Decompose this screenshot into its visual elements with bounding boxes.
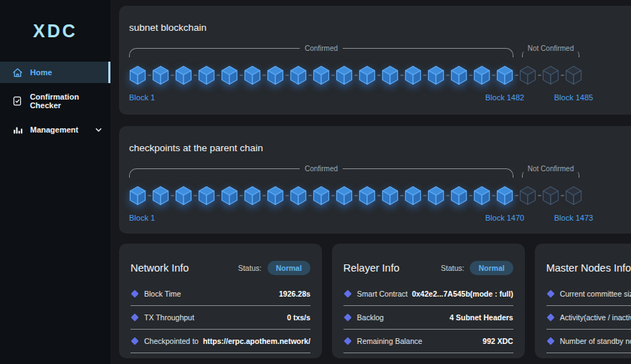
confirmed-bracket: Confirmed bbox=[129, 48, 513, 57]
row-value: 4 Subnet Headers bbox=[445, 313, 513, 322]
card-title: Relayer Info bbox=[343, 262, 399, 274]
block-cube-icon bbox=[175, 186, 192, 206]
chain-link-dash bbox=[354, 195, 358, 196]
block-last-confirmed-label: Block 1470 bbox=[485, 214, 524, 222]
info-row: Number of standby nodes 0 bbox=[546, 330, 631, 353]
chain-link-dash bbox=[469, 75, 473, 76]
sidebar-nav: Home Confirmation Checker Management bbox=[0, 62, 110, 140]
block-cube-icon bbox=[336, 186, 353, 206]
app-root: XDC Home Confirmation Checker Management… bbox=[0, 0, 631, 364]
block-cube-icon bbox=[359, 65, 376, 85]
not-confirmed-bracket-label: Not Confirmed bbox=[523, 44, 579, 52]
block-cube-icon bbox=[427, 186, 445, 206]
confirmed-bracket-label: Confirmed bbox=[300, 165, 343, 173]
block-cube-icon bbox=[496, 65, 513, 85]
status-label: Status: bbox=[238, 264, 262, 272]
sidebar-item-management[interactable]: Management bbox=[0, 119, 110, 140]
info-card: Relayer Info Status: Normal Smart Contra… bbox=[332, 244, 525, 358]
chain-link-dash bbox=[561, 75, 564, 76]
chain-link-dash bbox=[400, 195, 404, 196]
row-label: Remaining Balance bbox=[357, 337, 422, 345]
chain-link-dash bbox=[423, 75, 427, 76]
info-cards-section: Network Info Status: Normal Block Time 1… bbox=[119, 244, 631, 358]
sidebar-item-label: Confirmation Checker bbox=[30, 92, 110, 110]
not-confirmed-bracket: Not Confirmed bbox=[522, 48, 579, 57]
row-value: 992 XDC bbox=[478, 337, 513, 345]
chain-link-dash bbox=[492, 75, 495, 76]
block-cube-icon bbox=[427, 65, 445, 85]
row-value: 0 txs/s bbox=[283, 313, 310, 322]
chain-link-dash bbox=[239, 195, 243, 196]
confirmed-bracket-label: Confirmed bbox=[300, 44, 343, 52]
diamond-icon bbox=[131, 313, 138, 321]
main-content: subnet blockchain Confirmed Not Confirme… bbox=[110, 0, 631, 364]
chevron-down-icon[interactable] bbox=[95, 126, 103, 134]
chain-link-dash bbox=[285, 195, 289, 196]
chain-link-dash bbox=[400, 75, 404, 76]
chain-link-dash bbox=[538, 195, 541, 196]
chain-link-dash bbox=[148, 75, 151, 76]
info-rows: Current committee size 3 Activity(active… bbox=[546, 282, 631, 353]
chain-cards-section: subnet blockchain Confirmed Not Confirme… bbox=[119, 6, 631, 234]
chain-link-dash bbox=[194, 195, 197, 196]
sidebar-item-home[interactable]: Home bbox=[0, 62, 110, 83]
sidebar-item-confirmation-checker[interactable]: Confirmation Checker bbox=[0, 90, 110, 112]
info-row: Backlog 4 Subnet Headers bbox=[343, 306, 513, 330]
diamond-icon bbox=[343, 337, 351, 345]
status-label: Status: bbox=[441, 264, 465, 272]
chain-link-dash bbox=[377, 195, 381, 196]
block-cube-icon bbox=[221, 65, 238, 85]
chain-link-dash bbox=[423, 195, 427, 196]
card-title: checkpoints at the parent chain bbox=[129, 126, 631, 153]
block-cube-icon bbox=[244, 65, 261, 85]
block-last-label: Block 1485 bbox=[554, 93, 593, 102]
chain-link-dash bbox=[515, 195, 518, 196]
block-cube-icon bbox=[267, 65, 284, 85]
chain-link-dash bbox=[331, 75, 335, 76]
chain-link-dash bbox=[538, 75, 541, 76]
sidebar-item-label: Management bbox=[30, 125, 78, 134]
row-value: 0x42e2...7A545b(mode : full) bbox=[407, 289, 513, 298]
block-start-label: Block 1 bbox=[129, 214, 155, 222]
sidebar: XDC Home Confirmation Checker Management bbox=[0, 0, 110, 364]
checkbox-icon bbox=[12, 96, 23, 107]
block-cube-icon bbox=[359, 186, 376, 206]
block-cube-icon bbox=[221, 186, 238, 206]
diamond-icon bbox=[343, 289, 351, 297]
row-value: https://erpc.apothem.network/ bbox=[199, 337, 310, 345]
row-label: Activity(active / inactive) bbox=[560, 313, 631, 322]
block-cube-icon bbox=[542, 65, 559, 85]
row-label: Number of standby nodes bbox=[560, 337, 631, 345]
block-cube-icon bbox=[542, 186, 559, 206]
chain-link-dash bbox=[171, 195, 174, 196]
block-cube-icon bbox=[450, 186, 468, 206]
chain-link-dash bbox=[194, 75, 197, 76]
block-cube-icon bbox=[129, 186, 146, 206]
row-label: TX Throughput bbox=[144, 313, 194, 322]
status-badge: Normal bbox=[267, 261, 310, 275]
chain-link-dash bbox=[262, 195, 266, 196]
block-cube-icon bbox=[198, 65, 215, 85]
card-title: Master Nodes Info bbox=[546, 262, 631, 274]
row-label: Checkpointed to bbox=[144, 337, 199, 345]
block-cube-icon bbox=[290, 186, 307, 206]
info-row: Checkpointed to https://erpc.apothem.net… bbox=[131, 330, 310, 353]
block-cube-icon bbox=[129, 65, 146, 85]
info-row: Smart Contract 0x42e2...7A545b(mode : fu… bbox=[343, 282, 513, 306]
block-cube-icon bbox=[496, 186, 513, 206]
diamond-icon bbox=[546, 289, 554, 297]
block-last-confirmed-label: Block 1482 bbox=[485, 93, 524, 102]
diamond-icon bbox=[131, 289, 138, 297]
row-label: Block Time bbox=[144, 289, 181, 298]
chain-link-dash bbox=[561, 195, 564, 196]
info-card: Master Nodes Info Current committee size… bbox=[535, 244, 631, 358]
info-card-header: Network Info Status: Normal bbox=[131, 261, 310, 275]
block-cube-icon bbox=[313, 65, 330, 85]
block-cube-icon bbox=[290, 65, 307, 85]
chain-link-dash bbox=[262, 75, 266, 76]
sidebar-item-label: Home bbox=[30, 68, 52, 77]
chain-link-dash bbox=[354, 75, 358, 76]
block-cube-icon bbox=[473, 65, 490, 85]
row-label: Current committee size bbox=[560, 289, 631, 298]
diamond-icon bbox=[546, 313, 554, 321]
